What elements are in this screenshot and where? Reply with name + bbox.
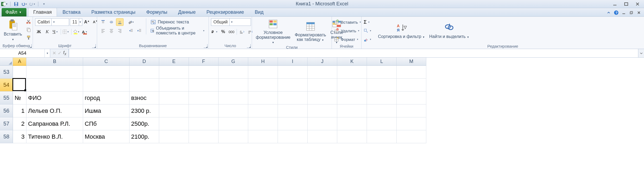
cell-A57[interactable]: 2 <box>13 117 26 130</box>
cell-E56[interactable] <box>159 104 189 117</box>
cell-M57[interactable] <box>397 117 426 130</box>
qat-customize-icon[interactable]: ▼ <box>40 1 47 7</box>
cell-K56[interactable] <box>337 104 367 117</box>
cell-J53[interactable] <box>308 66 337 79</box>
cell-D56[interactable]: 2300 р. <box>130 104 159 117</box>
cell-A53[interactable] <box>13 66 26 79</box>
maximize-button[interactable] <box>621 1 632 7</box>
cell-F58[interactable] <box>189 130 219 143</box>
delete-cells-button[interactable]: Удалить▾ <box>334 26 360 35</box>
cell-M55[interactable] <box>397 92 426 104</box>
cell-D58[interactable]: 2100р. <box>130 130 159 143</box>
row-header-53[interactable]: 53 <box>0 66 13 79</box>
cell-I55[interactable] <box>278 92 308 104</box>
autosum-button[interactable]: Σ▾ <box>364 18 372 26</box>
align-left-icon[interactable] <box>99 27 107 34</box>
cell-K55[interactable] <box>337 92 367 104</box>
paste-button[interactable]: Вставить ▼ <box>2 18 24 42</box>
cell-C56[interactable]: Ишма <box>83 104 130 117</box>
fx-icon[interactable]: fx <box>63 50 66 56</box>
help-icon[interactable]: ? <box>613 10 619 16</box>
row-header-57[interactable]: 57 <box>0 117 13 130</box>
cell-F55[interactable] <box>189 92 219 104</box>
format-cells-button[interactable]: Формат▾ <box>334 35 359 44</box>
name-box[interactable]: ▼ <box>0 49 50 57</box>
undo-icon[interactable]: ▾ <box>21 1 28 7</box>
cell-J55[interactable] <box>308 92 337 104</box>
column-header-I[interactable]: I <box>278 58 308 66</box>
cell-L54[interactable] <box>367 79 397 92</box>
insert-cells-button[interactable]: Вставить▾ <box>334 18 362 26</box>
cell-I53[interactable] <box>278 66 308 79</box>
minimize-button[interactable] <box>609 1 620 7</box>
conditional-formatting-button[interactable]: Условное форматирование ▼ <box>254 18 292 45</box>
cell-D54[interactable] <box>130 79 159 92</box>
cell-D55[interactable]: взнос <box>130 92 159 104</box>
percent-format-icon[interactable]: % <box>219 28 227 36</box>
tab-Данные[interactable]: Данные <box>173 8 201 16</box>
tab-Формулы[interactable]: Формулы <box>141 8 172 16</box>
formula-input[interactable] <box>69 49 638 57</box>
tab-Разметка страницы[interactable]: Разметка страницы <box>86 8 141 16</box>
bold-icon[interactable]: Ж <box>35 28 43 36</box>
cell-H54[interactable] <box>248 79 278 92</box>
cell-B57[interactable]: Сапранова Р.Л. <box>26 117 83 130</box>
cell-A55[interactable]: № <box>13 92 26 104</box>
excel-icon[interactable]: X▼ <box>1 1 8 7</box>
font-name-combo[interactable]: Calibri▼ <box>35 18 69 26</box>
number-format-combo[interactable]: Общий▼ <box>211 18 251 26</box>
cell-A56[interactable]: 1 <box>13 104 26 117</box>
decrease-indent-icon[interactable] <box>127 27 135 34</box>
cell-M53[interactable] <box>397 66 426 79</box>
accounting-format-icon[interactable]: ₽▾ <box>211 28 219 36</box>
file-tab[interactable]: Файл▼ <box>2 8 26 16</box>
increase-decimal-icon[interactable]: ,0,00 <box>238 28 246 36</box>
tab-Вставка[interactable]: Вставка <box>57 8 86 16</box>
align-middle-icon[interactable] <box>108 18 115 26</box>
cell-I57[interactable] <box>278 117 308 130</box>
fill-button[interactable]: ▾ <box>364 26 372 35</box>
cell-L57[interactable] <box>367 117 397 130</box>
cell-E55[interactable] <box>159 92 189 104</box>
cell-B53[interactable] <box>26 66 83 79</box>
format-painter-icon[interactable] <box>25 34 32 41</box>
orientation-icon[interactable]: ab▾ <box>127 18 135 26</box>
cell-C58[interactable]: Москва <box>83 130 130 143</box>
align-bottom-icon[interactable] <box>116 18 124 26</box>
increase-indent-icon[interactable] <box>136 27 143 34</box>
alignment-dialog-launcher[interactable] <box>204 44 207 48</box>
cell-C54[interactable] <box>83 79 130 92</box>
cell-M58[interactable] <box>397 130 426 143</box>
doc-close-button[interactable] <box>636 10 642 16</box>
cell-C55[interactable]: город <box>83 92 130 104</box>
cell-L55[interactable] <box>367 92 397 104</box>
select-all-button[interactable] <box>0 58 13 66</box>
cell-E54[interactable] <box>159 79 189 92</box>
row-header-55[interactable]: 55 <box>0 92 13 104</box>
cell-J57[interactable] <box>308 117 337 130</box>
expand-formula-bar-icon[interactable] <box>638 49 644 57</box>
merge-center-button[interactable]: a Объединить и поместить в центре▾ <box>149 26 206 35</box>
cell-M54[interactable] <box>397 79 426 92</box>
cell-G53[interactable] <box>219 66 248 79</box>
cell-K54[interactable] <box>337 79 367 92</box>
minimize-ribbon-icon[interactable] <box>606 10 612 16</box>
cell-L58[interactable] <box>367 130 397 143</box>
column-header-K[interactable]: K <box>337 58 367 66</box>
column-header-J[interactable]: J <box>308 58 337 66</box>
cell-I56[interactable] <box>278 104 308 117</box>
cell-I54[interactable] <box>278 79 308 92</box>
cell-J56[interactable] <box>308 104 337 117</box>
cell-G57[interactable] <box>219 117 248 130</box>
cell-B54[interactable] <box>26 79 83 92</box>
cell-J58[interactable] <box>308 130 337 143</box>
close-button[interactable] <box>632 1 643 7</box>
cell-L56[interactable] <box>367 104 397 117</box>
find-select-button[interactable]: Найти и выделить ▼ <box>428 22 471 40</box>
column-header-C[interactable]: C <box>83 58 130 66</box>
cell-E57[interactable] <box>159 117 189 130</box>
comma-format-icon[interactable]: 000 <box>228 28 235 36</box>
font-size-combo[interactable]: 11▼ <box>70 18 82 26</box>
cell-K58[interactable] <box>337 130 367 143</box>
tab-Рецензирование[interactable]: Рецензирование <box>201 8 249 16</box>
